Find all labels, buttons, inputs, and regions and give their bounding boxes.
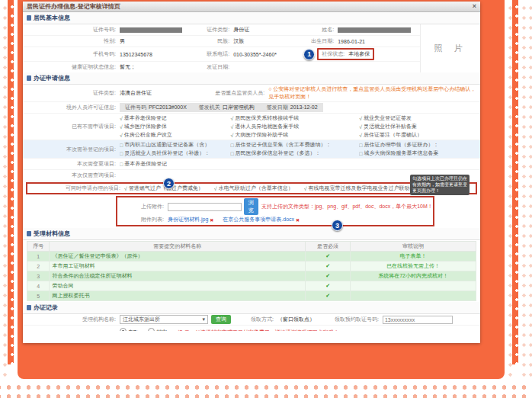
cert-type-label: 证件类型: <box>182 26 233 34</box>
monitor-warning: ○ 公安将对登记审核人员进行核查，重点监管类人员须由受理机构送基层中心办结确认，… <box>268 85 477 101</box>
form-content: 居民基本信息 证件号码: 证件类型:身份证 姓名: 性别:男 民族:汉族 出生日… <box>23 12 480 331</box>
required-check-icon: ✔ <box>306 262 351 271</box>
change-label: 本次需变更项目: <box>26 160 120 168</box>
owned-item-label: 大病医疗保险补助手续 <box>235 131 288 139</box>
close-icon[interactable]: × <box>473 3 476 10</box>
section-materials-title: 受理材料信息 <box>34 229 70 238</box>
id-label: 证件号码: <box>26 26 120 34</box>
search-org-button[interactable]: 查询 <box>211 315 231 324</box>
mobile-label: 手机号码: <box>26 50 120 58</box>
gender-value: 男 <box>120 37 125 45</box>
row-material-name: 符合条件的合法稳定住所证明材料 <box>50 271 306 281</box>
joint-item[interactable]: √有线电视宽带迁移及数字电视业务过户联动变更 <box>304 185 421 192</box>
section-materials-header: 受理材料信息 <box>23 228 480 240</box>
owned-item[interactable]: √灵活就业社保补贴备案 <box>359 123 477 130</box>
permit-fields: 证件号码PFC2013#000X 签发机关口岸管理机构 签发日期2013-12-… <box>120 103 323 112</box>
owned-item[interactable]: √城乡医疗保险参保 <box>120 123 230 130</box>
owned-item-label: 退休人员异地就医备案手续 <box>235 123 299 130</box>
callout-badge-3: 3 <box>332 220 343 231</box>
monitor-label: 是否重点监管类人员: <box>215 89 268 97</box>
owned-item[interactable]: √基本养老保险登记 <box>120 114 230 122</box>
owned-item[interactable]: √住房公积金账户设立 <box>120 131 230 139</box>
attachment-link[interactable]: 身份证明材料.jpg <box>168 216 208 223</box>
document-icon <box>27 75 31 81</box>
radio-mail[interactable]: 邮寄 <box>148 329 167 331</box>
row-material-name: 劳动合同 <box>50 281 306 291</box>
permit-label: 境外人员许可证信息: <box>26 104 120 111</box>
joint-item[interactable]: √水电气联动过户（含基本信息） <box>214 185 293 192</box>
browse-button[interactable]: 浏览 <box>244 198 258 215</box>
delete-attachment-icon[interactable]: ✖ <box>210 217 213 223</box>
upload-input[interactable] <box>168 203 242 211</box>
section-record-title: 办证记录 <box>34 303 58 312</box>
owned-item[interactable]: √居民医保关系转移接续手续 <box>230 114 359 122</box>
row-note <box>351 291 476 301</box>
apply-cert-type-label: 证件类型: <box>26 89 120 97</box>
attachment-link[interactable]: 在京公共服务事项申请表.docx <box>223 216 294 223</box>
supplement-item[interactable]: □居住证办理申领（多证联办）： <box>359 141 477 149</box>
query-label: 本次仅需查询项目: <box>26 172 120 179</box>
files-label: 附件列表: <box>120 216 168 223</box>
apply-cert-type-value: 港澳台居住证 <box>120 89 215 97</box>
col-required: 是否必须 <box>306 242 351 252</box>
social-value: 本地参保 <box>348 50 370 58</box>
org-select-value: 江北城东派出所 <box>123 316 160 323</box>
social-status-highlight: 社保状态: 本地参保 <box>317 48 374 60</box>
check-icon: √ <box>230 133 233 138</box>
chevron-down-icon: ▾ <box>202 316 205 323</box>
apply-cert-row: 证件类型: 港澳台居住证 是否重点监管类人员: ○ 公安将对登记审核人员进行核查… <box>23 85 480 102</box>
delete-attachment-icon[interactable]: ✖ <box>296 217 300 223</box>
table-row[interactable]: 3 符合条件的合法稳定住所证明材料 ✔ 系统将在72小时内完成核对！ <box>27 271 476 281</box>
phone-label: 联系电话: <box>182 50 233 58</box>
supplement-item[interactable]: □灵活就业人员社保补登记（补缴）： <box>120 149 230 157</box>
frame-right-dots-inner <box>505 0 512 381</box>
upload-label: 上传附件: <box>120 203 168 210</box>
basic-body: 证件号码: 证件类型:身份证 姓名: 性别:男 民族:汉族 出生日期:1986-… <box>23 24 480 72</box>
radio-on-icon <box>120 328 127 331</box>
booking-input[interactable] <box>383 316 453 324</box>
check-icon: √ <box>230 124 233 130</box>
supplement-item-label: 居住证办理申领（多证联办）： <box>364 141 438 149</box>
record-mode-row: 操作方式: 自取 邮寄 提 示：如选择邮寄方式需另付寄递费用，详情请咨询受理网点… <box>23 326 480 331</box>
check-icon: √ <box>120 133 123 138</box>
row-note: 已在线核验无需上传！ <box>351 262 476 271</box>
owned-item[interactable]: √退休人员异地就医备案手续 <box>230 123 359 130</box>
section-record-header: 办证记录 <box>23 302 480 314</box>
owned-item-label: 居住证签注（年度确认） <box>364 131 422 139</box>
supplement-item[interactable]: □居民医保参保信息补登记（多选）： <box>230 149 359 157</box>
org-select[interactable]: 江北城东派出所 ▾ <box>120 315 208 324</box>
files-row: 附件列表: 身份证明材料.jpg ✖ 在京公共服务事项申请表.docx ✖ <box>120 215 431 224</box>
joint-item-label: 水电气联动过户（含基本信息） <box>219 185 293 192</box>
joint-item-label: 有线电视宽带迁移及数字电视业务过户联动变更 <box>309 185 421 192</box>
row-note: 系统将在72小时内完成核对！ <box>351 271 476 281</box>
person-icon <box>27 15 31 21</box>
owned-label: 已有不需申请项目: <box>26 123 120 130</box>
owned-item[interactable]: √居住证签注（年度确认） <box>359 131 477 139</box>
supplement-item[interactable]: □城乡大病保险服务基本信息备案 <box>359 149 477 157</box>
checkbox-icon: □ <box>359 151 362 156</box>
owned-item[interactable]: √就业失业登记证签发 <box>359 114 477 122</box>
required-check-icon: ✔ <box>306 271 351 281</box>
permit-date-value: 2013-12-02 <box>290 104 318 110</box>
social-label: 社保状态: <box>322 50 348 58</box>
row-seq: 3 <box>27 271 50 281</box>
owned-item[interactable]: √大病医疗保险补助手续 <box>230 131 359 139</box>
window-titlebar: 居民证件办理信息-登记审核详情页 × <box>23 2 480 12</box>
table-row[interactable]: 5 网上授权委托书 ✔ <box>27 291 476 301</box>
delivery-note: 提 示：如选择邮寄方式需另付寄递费用，详情请咨询受理网点客服！ <box>178 329 339 331</box>
col-name: 需要提交的材料名称 <box>50 242 306 252</box>
table-row[interactable]: 1 《居住证／暂住登记申领表》（原件） ✔ 电子表单！ <box>27 252 476 262</box>
permit-org-value: 口岸管理机构 <box>223 104 255 110</box>
permit-no-value: PFC2013#000X <box>149 104 187 110</box>
radio-self[interactable]: 自取 <box>120 329 139 331</box>
table-row[interactable]: 2 本市用工证明材料 ✔ 已在线核验无需上传！ <box>27 262 476 271</box>
delivery-radio-line: 自取 邮寄 提 示：如选择邮寄方式需另付寄递费用，详情请咨询受理网点客服！ <box>120 326 466 331</box>
supplement-item[interactable]: □居住登记卡信息采集（含工本费缴纳）： <box>230 141 359 149</box>
col-seq: 序号 <box>27 242 50 252</box>
cert-type-value: 身份证 <box>233 26 249 34</box>
change-item[interactable]: □基本养老保险登记 <box>120 160 167 168</box>
owned-items-row: 已有不需申请项目: √基本养老保险登记 √居民医保关系转移接续手续 √就业失业登… <box>23 114 480 140</box>
supplement-item[interactable]: □市内职工山区通勤证登记备案（含） <box>120 141 230 149</box>
table-row[interactable]: 4 劳动合同 ✔ <box>27 281 476 291</box>
frame-bottom-dots <box>0 380 532 398</box>
